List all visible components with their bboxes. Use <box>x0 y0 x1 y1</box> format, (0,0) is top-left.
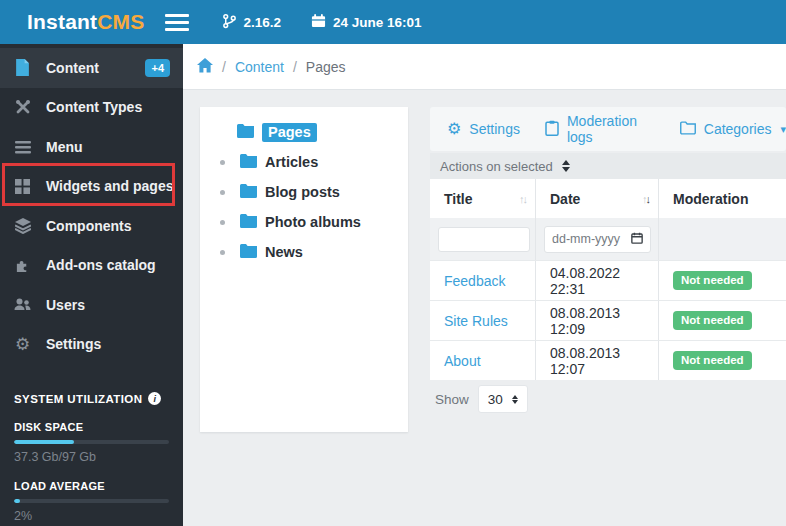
moderation-logs-label: Moderation logs <box>567 113 655 145</box>
sidebar-item-components[interactable]: Components <box>0 206 183 246</box>
tree-item-label: News <box>265 244 303 260</box>
load-average-progressbar <box>14 499 169 503</box>
users-icon <box>14 297 31 312</box>
puzzle-icon <box>14 258 31 273</box>
table-row[interactable]: About 08.08.2013 12:07 Not needed <box>430 340 786 380</box>
content-count-badge: +4 <box>145 59 170 77</box>
settings-button[interactable]: ⚙ Settings <box>447 121 520 137</box>
tree-item-articles[interactable]: Articles <box>200 147 408 177</box>
column-header-date[interactable]: Date ↑↓ <box>536 179 659 218</box>
actions-on-selected-dropdown[interactable]: Actions on selected <box>430 153 786 179</box>
page-link[interactable]: About <box>444 353 481 369</box>
table-row[interactable]: Feedback 04.08.2022 22:31 Not needed <box>430 260 786 300</box>
datetime-indicator[interactable]: 24 June 16:01 <box>311 13 422 31</box>
folder-icon <box>240 214 257 231</box>
per-page-select[interactable]: 30 <box>478 385 528 413</box>
table-row[interactable]: Site Rules 08.08.2013 12:09 Not needed <box>430 300 786 340</box>
sidebar-item-label: Widgets and pages <box>46 178 173 194</box>
page-date: 08.08.2013 12:09 <box>550 305 658 337</box>
version-indicator[interactable]: 2.16.2 <box>222 13 282 32</box>
calendar-icon[interactable] <box>631 232 643 247</box>
home-icon[interactable] <box>197 58 213 76</box>
system-utilization-title: SYSTEM UTILIZATION i <box>14 392 169 405</box>
sort-icon-date[interactable]: ↑↓ <box>642 193 649 205</box>
tree-bullet <box>220 190 225 195</box>
sidebar-item-label: Add-ons catalog <box>46 257 156 273</box>
table-filter-row: dd-mm-yyyy <box>430 218 786 260</box>
updown-arrows-icon <box>512 395 518 404</box>
sidebar-item-content[interactable]: Content +4 <box>0 48 183 88</box>
tree-bullet <box>220 160 225 165</box>
moderation-logs-button[interactable]: Moderation logs <box>545 113 655 145</box>
datetime-text: 24 June 16:01 <box>333 15 422 30</box>
tree-bullet <box>220 220 225 225</box>
gear-icon: ⚙ <box>447 121 461 137</box>
column-header-moderation: Moderation <box>659 179 786 218</box>
tools-icon <box>14 99 31 115</box>
menu-toggle-icon[interactable] <box>165 14 189 31</box>
menu-lines-icon <box>14 140 31 154</box>
breadcrumb-link-content[interactable]: Content <box>235 59 284 75</box>
moderation-status-badge: Not needed <box>673 351 752 370</box>
folder-icon <box>240 244 257 261</box>
date-filter-placeholder: dd-mm-yyyy <box>552 232 620 246</box>
sidebar-item-users[interactable]: Users <box>0 285 183 325</box>
column-date-label: Date <box>550 191 580 207</box>
layers-icon <box>14 218 31 234</box>
page-link[interactable]: Feedback <box>444 273 505 289</box>
breadcrumb-separator: / <box>293 59 297 75</box>
updown-arrows-icon <box>562 160 570 172</box>
per-page-value: 30 <box>488 392 503 407</box>
folder-icon <box>237 124 254 141</box>
sidebar-item-label: Menu <box>46 139 83 155</box>
settings-button-label: Settings <box>469 121 520 137</box>
sidebar-item-addons-catalog[interactable]: Add-ons catalog <box>0 246 183 286</box>
show-label: Show <box>435 392 469 407</box>
disk-space-progress-fill <box>14 440 74 444</box>
toolbar: ⚙ Settings Moderation logs Categories <box>430 107 786 151</box>
tree-item-news[interactable]: News <box>200 237 408 267</box>
page-date: 04.08.2022 22:31 <box>550 265 658 297</box>
sidebar-item-content-types[interactable]: Content Types <box>0 88 183 128</box>
title-filter-input[interactable] <box>438 227 530 252</box>
pagination-bar: Show 30 <box>430 385 786 413</box>
sidebar-item-settings[interactable]: ⚙ Settings <box>0 325 183 365</box>
tree-item-label: Photo albums <box>265 214 361 230</box>
document-icon <box>14 59 31 76</box>
info-icon[interactable]: i <box>148 392 161 405</box>
logo-accent: CMS <box>97 10 144 33</box>
breadcrumb-separator: / <box>222 59 226 75</box>
categories-dropdown-button[interactable]: Categories ▾ <box>680 121 786 138</box>
sidebar: Content +4 Content Types Menu Widgets an… <box>0 44 183 526</box>
category-tree-panel: Pages Articles Blog posts <box>200 107 408 432</box>
breadcrumb: / Content / Pages <box>183 44 786 90</box>
page-date: 08.08.2013 12:07 <box>550 345 658 377</box>
date-filter-input[interactable]: dd-mm-yyyy <box>544 226 651 253</box>
column-header-title[interactable]: Title ↑↓ <box>430 179 536 218</box>
clipboard-icon <box>545 120 559 139</box>
tree-item-photo-albums[interactable]: Photo albums <box>200 207 408 237</box>
categories-label: Categories <box>704 121 772 137</box>
page-link[interactable]: Site Rules <box>444 313 508 329</box>
column-moderation-label: Moderation <box>673 191 748 207</box>
version-number: 2.16.2 <box>244 15 282 30</box>
logo-primary: Instant <box>27 10 97 33</box>
sidebar-item-label: Components <box>46 218 132 234</box>
sort-icon-title[interactable]: ↑↓ <box>519 193 526 205</box>
folder-icon <box>240 184 257 201</box>
tree-item-label: Blog posts <box>265 184 340 200</box>
sidebar-item-label: Users <box>46 297 85 313</box>
moderation-status-badge: Not needed <box>673 271 752 290</box>
tree-item-pages[interactable]: Pages <box>200 117 408 147</box>
load-average-label: LOAD AVERAGE <box>14 480 169 492</box>
topbar: InstantCMS 2.16.2 24 June 16:01 <box>0 0 786 44</box>
sidebar-item-label: Content Types <box>46 99 142 115</box>
tree-bullet <box>220 250 225 255</box>
sidebar-item-widgets-and-pages[interactable]: Widgets and pages <box>0 167 183 207</box>
folder-outline-icon <box>680 121 696 138</box>
system-utilization-label: SYSTEM UTILIZATION <box>14 393 142 405</box>
sidebar-item-menu[interactable]: Menu <box>0 127 183 167</box>
folder-icon <box>240 154 257 171</box>
tree-item-blog-posts[interactable]: Blog posts <box>200 177 408 207</box>
git-branch-icon <box>222 13 237 32</box>
